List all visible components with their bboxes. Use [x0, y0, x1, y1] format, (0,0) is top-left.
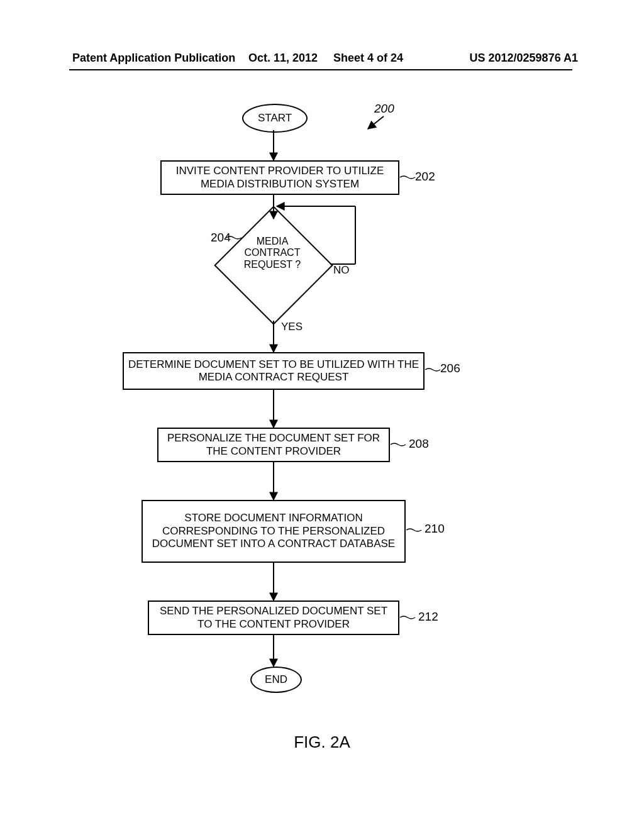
ref-200: 200 — [374, 102, 394, 116]
edge-no: NO — [333, 264, 350, 277]
step-store: STORE DOCUMENT INFORMATION CORRESPONDING… — [142, 500, 406, 563]
step-send: SEND THE PERSONALIZED DOCUMENT SET TO TH… — [148, 600, 399, 635]
terminator-end: END — [250, 667, 302, 693]
page-header: Patent Application Publication Oct. 11, … — [0, 52, 644, 55]
terminator-start-label: START — [258, 112, 292, 124]
step-send-text: SEND THE PERSONALIZED DOCUMENT SET TO TH… — [153, 605, 394, 631]
step-store-text: STORE DOCUMENT INFORMATION CORRESPONDING… — [147, 512, 401, 550]
step-invite: INVITE CONTENT PROVIDER TO UTILIZE MEDIA… — [160, 160, 399, 195]
step-personalize-text: PERSONALIZE THE DOCUMENT SET FOR THE CON… — [162, 432, 385, 458]
connectors — [0, 0, 644, 830]
decision-media-contract — [214, 206, 333, 325]
header-date: Oct. 11, 2012 — [248, 52, 318, 65]
step-invite-text: INVITE CONTENT PROVIDER TO UTILIZE MEDIA… — [165, 165, 394, 191]
ref-204: 204 — [211, 231, 231, 245]
ref-212: 212 — [418, 610, 438, 624]
ref-202: 202 — [415, 170, 435, 184]
step-personalize: PERSONALIZE THE DOCUMENT SET FOR THE CON… — [157, 428, 390, 462]
header-rule — [69, 69, 572, 70]
ref-206: 206 — [440, 362, 460, 375]
header-docnum: US 2012/0259876 A1 — [470, 52, 578, 65]
ref-208: 208 — [409, 437, 429, 451]
step-determine-text: DETERMINE DOCUMENT SET TO BE UTILIZED WI… — [128, 358, 419, 384]
header-sheet: Sheet 4 of 24 — [333, 52, 403, 65]
edge-yes: YES — [281, 321, 303, 333]
svg-line-0 — [368, 116, 384, 129]
terminator-start: START — [242, 104, 308, 133]
step-determine: DETERMINE DOCUMENT SET TO BE UTILIZED WI… — [123, 352, 425, 390]
terminator-end-label: END — [265, 673, 287, 686]
figure-label: FIG. 2A — [0, 733, 644, 752]
page: Patent Application Publication Oct. 11, … — [0, 0, 644, 830]
ref-210: 210 — [425, 522, 445, 536]
header-publication: Patent Application Publication — [72, 52, 235, 65]
